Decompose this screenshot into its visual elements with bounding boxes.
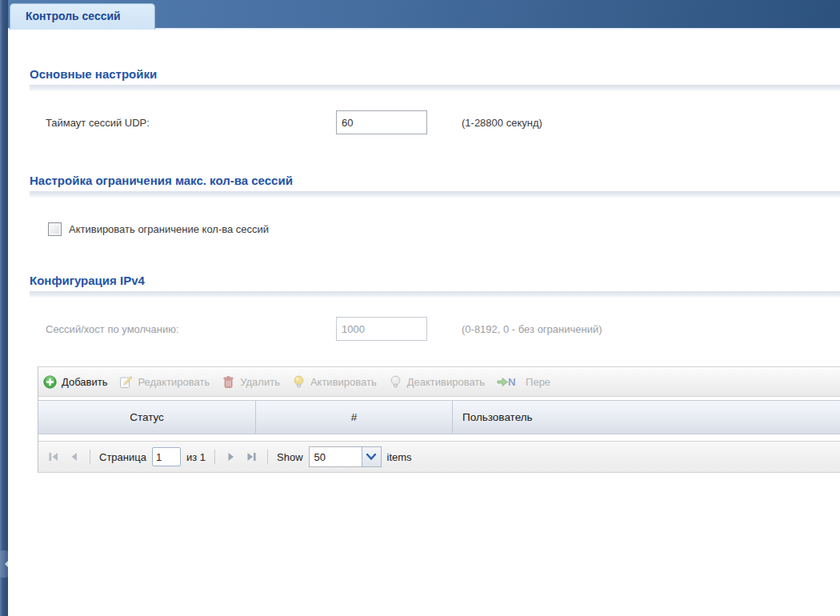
edit-button-label: Редактировать [138, 376, 210, 388]
sessions-grid-panel: Добавить Редактировать [38, 366, 840, 473]
activate-button-label: Активировать [310, 376, 377, 388]
move-button-label: Пере [526, 376, 550, 388]
activate-button[interactable]: Активировать [292, 375, 377, 389]
deactivate-button[interactable]: Деактивировать [389, 375, 485, 389]
column-header-user[interactable]: Пользователь [453, 401, 840, 434]
next-page-icon[interactable] [224, 450, 238, 464]
add-button[interactable]: Добавить [43, 375, 107, 389]
move-button[interactable]: N Пере [497, 375, 550, 389]
default-sessions-hint: (0-8192, 0 - без ограничений) [462, 323, 602, 335]
prev-page-icon[interactable] [66, 450, 81, 464]
grid-pagination-bar: Страница из 1 Show 50 [38, 441, 840, 473]
udp-timeout-label: Таймаут сессий UDP: [46, 117, 336, 129]
activate-icon [292, 375, 306, 389]
enable-limit-row: Активировать ограничение кол-ва сессий [48, 222, 840, 236]
page-of-label: из 1 [186, 451, 206, 463]
deactivate-button-label: Деактивировать [407, 376, 485, 388]
default-sessions-row: Сессий/хост по умолчанию: (0-8192, 0 - б… [46, 317, 840, 341]
edit-icon [119, 375, 133, 389]
show-label: Show [277, 451, 303, 463]
delete-button-label: Удалить [240, 376, 280, 388]
add-icon [43, 375, 57, 389]
page-content: Основные настройки Таймаут сессий UDP: (… [8, 31, 840, 616]
tab-bar: Контроль сессий [8, 0, 840, 30]
udp-timeout-hint: (1-28800 секунд) [462, 117, 542, 129]
enable-limit-checkbox[interactable] [48, 222, 62, 236]
sidebar-collapsed-strip [0, 0, 8, 616]
page-number-input[interactable] [152, 447, 181, 466]
enable-limit-label: Активировать ограничение кол-ва сессий [69, 223, 269, 235]
page-size-select[interactable]: 50 [309, 446, 382, 467]
delete-button[interactable]: Удалить [222, 375, 280, 389]
first-page-icon[interactable] [46, 450, 61, 464]
section-divider [30, 291, 840, 298]
deactivate-icon [389, 375, 402, 389]
edit-button[interactable]: Редактировать [119, 375, 210, 389]
chevron-down-icon[interactable] [362, 446, 382, 467]
add-button-label: Добавить [62, 376, 107, 388]
pagination-separator [90, 450, 90, 464]
tab-session-control[interactable]: Контроль сессий [10, 3, 155, 30]
udp-timeout-row: Таймаут сессий UDP: (1-28800 секунд) [46, 110, 840, 134]
default-sessions-input [336, 317, 427, 341]
grid-toolbar: Добавить Редактировать [38, 366, 840, 397]
section-title-ipv4: Конфигурация IPv4 [30, 274, 840, 287]
column-header-number[interactable]: # [256, 401, 453, 434]
section-title-general: Основные настройки [30, 67, 840, 81]
section-title-limit: Настройка ограничения макс. кол-ва сесси… [30, 174, 840, 187]
items-label: items [387, 451, 412, 463]
pagination-separator [267, 450, 268, 464]
delete-icon [222, 375, 235, 389]
page-label: Страница [99, 451, 146, 463]
section-divider [30, 85, 840, 91]
grid-header-row: Статус # Пользователь [38, 400, 840, 434]
section-divider [30, 191, 840, 198]
grid-body-empty [38, 434, 840, 441]
default-sessions-label: Сессий/хост по умолчанию: [46, 323, 336, 335]
udp-timeout-input[interactable] [336, 110, 427, 134]
move-n-icon: N [497, 375, 521, 389]
column-header-status[interactable]: Статус [38, 401, 256, 434]
page-size-value: 50 [309, 446, 362, 467]
pagination-separator [214, 450, 215, 464]
last-page-icon[interactable] [244, 450, 258, 464]
sidebar-expand-handle[interactable] [0, 550, 8, 578]
svg-text:N: N [508, 376, 516, 388]
